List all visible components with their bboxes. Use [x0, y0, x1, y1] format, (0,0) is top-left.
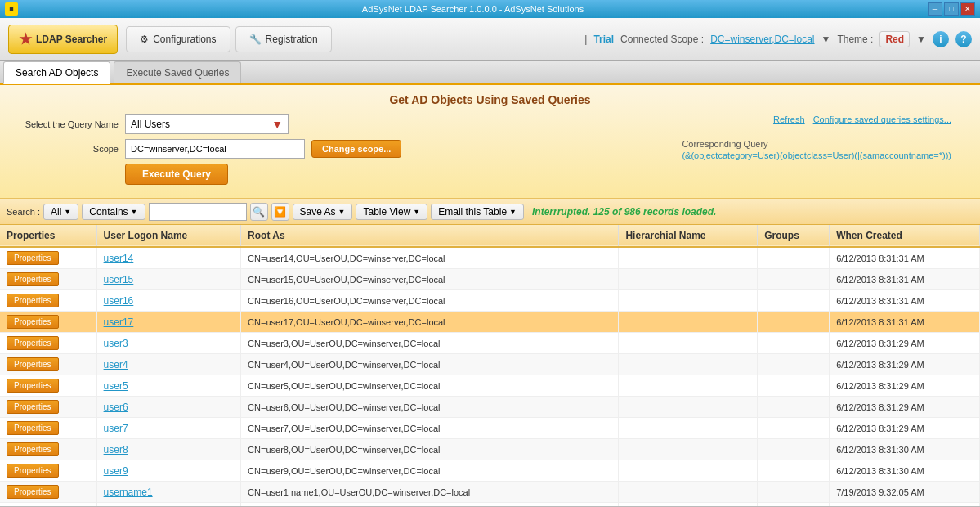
properties-button[interactable]: Properties	[7, 315, 59, 329]
groups-cell	[758, 269, 830, 290]
groups-cell	[758, 482, 830, 503]
search-icon-button[interactable]: 🔍	[250, 203, 268, 221]
configurations-button[interactable]: ⚙ Configurations	[126, 26, 230, 52]
app-logo[interactable]: ★ LDAP Searcher	[8, 25, 118, 54]
properties-button[interactable]: Properties	[7, 251, 59, 265]
hierarchial-cell	[619, 439, 758, 460]
user-logon-link[interactable]: user3	[104, 338, 128, 349]
table-row: Propertiesuser17CN=user17,OU=UserOU,DC=w…	[0, 312, 980, 333]
logo-icon: ★	[19, 30, 32, 48]
user-logon-link[interactable]: user8	[104, 444, 128, 455]
hierarchial-cell	[619, 397, 758, 418]
table-body: Propertiesuser14CN=user14,OU=UserOU,DC=w…	[0, 247, 980, 506]
user-logon-link[interactable]: user4	[104, 359, 128, 370]
titlebar: ■ AdSysNet LDAP Searcher 1.0.0.0 - AdSys…	[0, 0, 980, 18]
when-created-cell: 6/12/2013 8:31:29 AM	[830, 375, 980, 397]
registration-button[interactable]: 🔧 Registration	[235, 26, 332, 52]
table-row: Propertiesuser6CN=user6,OU=UserOU,DC=win…	[0, 397, 980, 418]
properties-button[interactable]: Properties	[7, 379, 59, 393]
registration-icon: 🔧	[249, 34, 262, 45]
hierarchial-cell	[619, 312, 758, 333]
close-button[interactable]: ✕	[960, 2, 975, 16]
when-created-cell: 7/19/2013 9:32:05 AM	[830, 482, 980, 503]
query-name-dropdown[interactable]: All Users ▼	[125, 114, 289, 134]
all-dropdown-button[interactable]: All ▼	[43, 204, 78, 220]
all-dropdown-arrow: ▼	[64, 208, 71, 216]
user-logon-link[interactable]: user14	[104, 253, 134, 264]
root-as-cell: CN=user7,OU=UserOU,DC=winserver,DC=local	[241, 418, 619, 439]
col-groups: Groups	[758, 225, 830, 247]
scope-input[interactable]	[125, 139, 305, 159]
search-input[interactable]	[149, 203, 247, 221]
properties-button[interactable]: Properties	[7, 336, 59, 350]
query-name-value: All Users	[131, 119, 170, 130]
user-logon-link[interactable]: username1	[104, 487, 153, 498]
root-as-cell: CN=user17,OU=UserOU,DC=winserver,DC=loca…	[241, 312, 619, 333]
corresponding-query-label: Corresponding Query	[682, 139, 951, 149]
theme-value[interactable]: Red	[879, 31, 910, 47]
maximize-button[interactable]: □	[944, 2, 959, 16]
help-button[interactable]: ?	[955, 31, 972, 47]
tab-execute-saved-queries[interactable]: Execute Saved Queries	[114, 61, 241, 83]
when-created-cell: 6/12/2013 8:31:30 AM	[830, 439, 980, 460]
table-row: Propertiesuser7CN=user7,OU=UserOU,DC=win…	[0, 418, 980, 439]
properties-button[interactable]: Properties	[7, 357, 59, 371]
properties-button[interactable]: Properties	[7, 442, 59, 456]
user-logon-link[interactable]: user6	[104, 402, 128, 413]
col-properties: Properties	[0, 225, 96, 247]
groups-cell	[758, 290, 830, 312]
hierarchial-cell	[619, 290, 758, 312]
toolbar: Search : All ▼ Contains ▼ 🔍 🔽 Save As ▼ …	[0, 199, 980, 225]
contains-dropdown-button[interactable]: Contains ▼	[82, 204, 145, 220]
execute-row: Execute Query	[12, 164, 968, 185]
properties-button[interactable]: Properties	[7, 400, 59, 414]
titlebar-title: AdSysNet LDAP Searcher 1.0.0.0 - AdSysNe…	[18, 4, 928, 14]
execute-query-button[interactable]: Execute Query	[125, 164, 228, 185]
email-table-button[interactable]: Email this Table ▼	[431, 204, 524, 220]
properties-button[interactable]: Properties	[7, 272, 59, 286]
properties-button[interactable]: Properties	[7, 464, 59, 478]
config-link[interactable]: Configure saved queries settings...	[813, 114, 951, 124]
dropdown-arrow-scope[interactable]: ▼	[821, 34, 831, 45]
table-container[interactable]: Properties User Logon Name Root As Hiera…	[0, 225, 980, 506]
user-logon-link[interactable]: user5	[104, 380, 128, 392]
change-scope-button[interactable]: Change scope...	[311, 140, 401, 158]
table-row: Propertiesusername1CN=user1 name1,OU=Use…	[0, 482, 980, 503]
col-when-created: When Created	[830, 225, 980, 247]
save-as-button[interactable]: Save As ▼	[293, 204, 353, 220]
info-button[interactable]: i	[933, 31, 949, 47]
properties-button[interactable]: Properties	[7, 485, 59, 499]
table-view-button[interactable]: Table View ▼	[356, 204, 427, 220]
menubar: ★ LDAP Searcher ⚙ Configurations 🔧 Regis…	[0, 18, 980, 61]
user-logon-link[interactable]: user15	[104, 274, 134, 285]
theme-label: Theme :	[837, 34, 873, 45]
refresh-link[interactable]: Refresh	[773, 114, 805, 124]
properties-button[interactable]: Properties	[7, 421, 59, 435]
table-row: Propertiesuser15CN=user15,OU=UserOU,DC=w…	[0, 269, 980, 290]
properties-button[interactable]: Properties	[7, 294, 59, 307]
hierarchial-cell	[619, 418, 758, 439]
config-icon: ⚙	[140, 34, 149, 45]
user-logon-link[interactable]: user17	[104, 316, 134, 328]
scope-value[interactable]: DC=winserver,DC=local	[710, 34, 814, 45]
table-row: Propertiesuser16CN=user16,OU=UserOU,DC=w…	[0, 290, 980, 312]
user-logon-link[interactable]: user16	[104, 295, 134, 307]
user-logon-link[interactable]: user9	[104, 465, 128, 477]
col-logon-name: User Logon Name	[96, 225, 241, 247]
query-section: Get AD Objects Using Saved Queries Selec…	[0, 85, 980, 199]
filter-icon-button[interactable]: 🔽	[271, 203, 289, 221]
minimize-button[interactable]: ─	[928, 2, 942, 16]
root-as-cell: CN=user8,OU=UserOU,DC=winserver,DC=local	[241, 439, 619, 460]
groups-cell	[758, 418, 830, 439]
chevron-down-icon[interactable]: ▼	[916, 34, 926, 45]
groups-cell	[758, 247, 830, 269]
table-row: Propertiesuser5CN=user5,OU=UserOU,DC=win…	[0, 375, 980, 397]
user-logon-link[interactable]: user7	[104, 423, 128, 434]
when-created-cell: 6/12/2013 8:31:29 AM	[830, 354, 980, 375]
logo-label: LDAP Searcher	[36, 34, 107, 45]
table-row: Propertiesuser14CN=user14,OU=UserOU,DC=w…	[0, 247, 980, 269]
when-created-cell: 6/12/2013 8:31:30 AM	[830, 460, 980, 482]
hierarchial-cell	[619, 247, 758, 269]
tab-search-ad-objects[interactable]: Search AD Objects	[3, 61, 110, 84]
when-created-cell: 6/12/2013 8:31:31 AM	[830, 290, 980, 312]
